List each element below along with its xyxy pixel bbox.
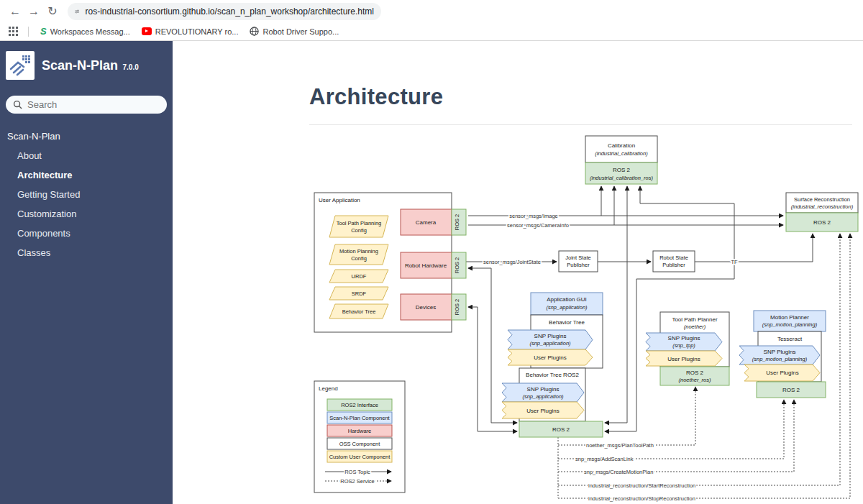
service-createmotionplan-label: snp_msgs/CreateMotionPlan <box>584 469 653 475</box>
tool-path-planner-group: Tool Path Planner (noether) SNP Plugins … <box>646 312 729 385</box>
surface-reconstruction-node: Surface Reconstruction (industrial_recon… <box>786 193 858 232</box>
reload-icon[interactable]: ↻ <box>43 2 62 21</box>
mp-ros2: ROS 2 <box>782 387 800 393</box>
joint-state-publisher-node: Joint State Publisher <box>559 251 598 272</box>
forward-icon[interactable]: → <box>24 2 43 21</box>
search-box[interactable] <box>6 96 167 114</box>
camera-ros2: ROS 2 <box>454 214 460 231</box>
sidebar-item-customization[interactable]: Customization <box>0 204 173 224</box>
service-stopreconstruction-label: industrial_reconstruction/StopReconstruc… <box>588 495 695 502</box>
sidebar-title[interactable]: Scan-N-Plan <box>42 58 118 73</box>
tpp-ros2: ROS 2 <box>686 370 704 376</box>
sidebar: Scan-N-Plan 7.0.0 Scan-N-Plan About Arch… <box>0 41 173 504</box>
youtube-icon <box>142 27 152 35</box>
jsp-line1: Joint State <box>565 255 590 261</box>
bookmarks-bar: S Workspaces Messag... REVOLUTIONARY ro.… <box>0 22 863 41</box>
tpp-ros2-pkg: (noether_ros) <box>678 377 711 383</box>
devices-ros2: ROS 2 <box>454 299 460 316</box>
gui-ros2: ROS 2 <box>552 426 570 433</box>
surface-ros2: ROS 2 <box>813 219 831 226</box>
apps-grid-icon[interactable] <box>6 27 21 36</box>
motion-planning-config: Motion Planning <box>339 248 378 255</box>
tpp-snp-plugins-pkg: (snp_tpp) <box>672 342 695 349</box>
urdf: URDF <box>352 273 367 280</box>
mp-snp-plugins: SNP Plugins <box>764 349 796 355</box>
user-application-title: User Application <box>319 197 360 203</box>
legend-hardware: Hardware <box>348 428 372 434</box>
main-content: Architecture <box>173 41 863 504</box>
browser-toolbar: ← → ↻ ros-industrial-consortium.github.i… <box>0 0 863 22</box>
legend: Legend ROS2 Interface Scan-N-Plan Compon… <box>314 381 405 492</box>
bookmark-label: Workspaces Messag... <box>50 27 130 36</box>
robot-hardware-ros2: ROS 2 <box>454 257 460 274</box>
legend-custom-user-component: Custom User Component <box>329 454 391 460</box>
topic-tf-label: TF <box>731 259 738 265</box>
topic-image-label: sensor_msgs/Image <box>509 213 558 219</box>
bookmark-robot-driver[interactable]: Robot Driver Suppo... <box>245 24 343 38</box>
url-bar[interactable]: ros-industrial-consortium.github.io/scan… <box>68 3 381 20</box>
legend-oss-component: OSS Component <box>339 441 381 447</box>
behavior-tree-label: Behavior Tree <box>549 319 585 326</box>
scan-n-plan-logo[interactable] <box>6 51 35 80</box>
mp-pkg: (snp_motion_planning) <box>762 321 818 328</box>
legend-ros2-service: ROS2 Service <box>340 478 375 485</box>
sidebar-item-classes[interactable]: Classes <box>0 243 173 262</box>
application-gui-group: Application GUI (snp_application) Behavi… <box>502 293 603 437</box>
gui-snp-plugins2-pkg: (snp_application) <box>522 393 564 400</box>
bookmark-label: Robot Driver Suppo... <box>262 27 339 36</box>
topic-jointstate-label: sensor_msgs/JointState <box>483 259 541 265</box>
tpp-title: Tool Path Planner <box>672 316 717 323</box>
version-badge: 7.0.0 <box>122 63 138 71</box>
search-icon <box>13 100 22 109</box>
srdf: SRDF <box>352 290 367 297</box>
tesseract-label: Tesseract <box>777 336 803 342</box>
service-addscanlink-label: snp_msgs/AddScanLink <box>575 456 634 462</box>
surface-title: Surface Reconstruction <box>794 196 850 203</box>
calibration-pkg: (industrial_calibration) <box>595 150 648 157</box>
devices: Devices <box>416 304 436 311</box>
topic-camerainfo-label: sensor_msgs/CameraInfo <box>507 222 569 229</box>
rsp-line1: Robot State <box>659 255 688 261</box>
site-settings-icon[interactable] <box>75 6 79 17</box>
sidebar-item-architecture[interactable]: Architecture <box>0 165 173 185</box>
calibration-ros2-pkg: (industrial_calibration_ros) <box>590 175 653 181</box>
camera: Camera <box>416 219 437 226</box>
calibration-title: Calibration <box>608 142 635 149</box>
legend-ros-topic: ROS Topic <box>344 469 370 475</box>
legend-snp-component: Scan-N-Plan Component <box>329 415 390 421</box>
mp-snp-plugins-pkg: (snp_motion_planning) <box>752 356 808 362</box>
gui-user-plugins2: User Plugins <box>526 408 559 414</box>
back-icon[interactable]: ← <box>6 2 24 21</box>
bookmark-label: REVOLUTIONARY ro... <box>155 27 239 36</box>
surface-pkg: (industrial_reconstruction) <box>791 203 854 210</box>
sidebar-item-about[interactable]: About <box>0 146 173 165</box>
tool-path-planning-config2: Config <box>351 227 367 234</box>
tpp-snp-plugins: SNP Plugins <box>668 335 700 342</box>
user-application-group: User Application Tool Path Planning Conf… <box>314 193 466 332</box>
behavior-tree-ros2-label: Behavior Tree ROS2 <box>526 372 579 378</box>
globe-icon <box>250 27 259 36</box>
app-gui-pkg: (snp_application) <box>546 304 588 311</box>
calibration-node: Calibration (industrial_calibration) ROS… <box>585 136 657 184</box>
bookmark-youtube[interactable]: REVOLUTIONARY ro... <box>137 25 243 38</box>
gui-user-plugins: User Plugins <box>534 354 566 361</box>
service-plantoolpath-label: noether_msgs/PlanToolPath <box>586 442 654 449</box>
sidebar-item-getting-started[interactable]: Getting Started <box>0 185 173 204</box>
url-text[interactable]: ros-industrial-consortium.github.io/scan… <box>85 6 374 17</box>
mp-title: Motion Planner <box>770 314 809 321</box>
search-input[interactable] <box>27 99 150 110</box>
bookmark-workspaces[interactable]: S Workspaces Messag... <box>36 24 134 39</box>
sidebar-item-scan-n-plan[interactable]: Scan-N-Plan <box>0 127 173 146</box>
rsp-line2: Publisher <box>662 262 685 268</box>
sidebar-item-components[interactable]: Components <box>0 224 173 243</box>
jsp-line2: Publisher <box>567 262 590 268</box>
gui-snp-plugins-pkg: (snp_application) <box>529 340 571 347</box>
gui-snp-plugins: SNP Plugins <box>534 333 567 339</box>
sidebar-nav: Scan-N-Plan About Architecture Getting S… <box>0 121 173 262</box>
legend-ros2-interface: ROS2 Interface <box>341 402 378 408</box>
gui-snp-plugins2: SNP Plugins <box>527 386 560 393</box>
behavior-tree-config: Behavior Tree <box>342 308 376 315</box>
service-startreconstruction-label: industrial_reconstruction/StartReconstru… <box>588 482 695 489</box>
calibration-ros2: ROS 2 <box>613 167 631 173</box>
architecture-diagram: Calibration (industrial_calibration) ROS… <box>173 41 863 504</box>
